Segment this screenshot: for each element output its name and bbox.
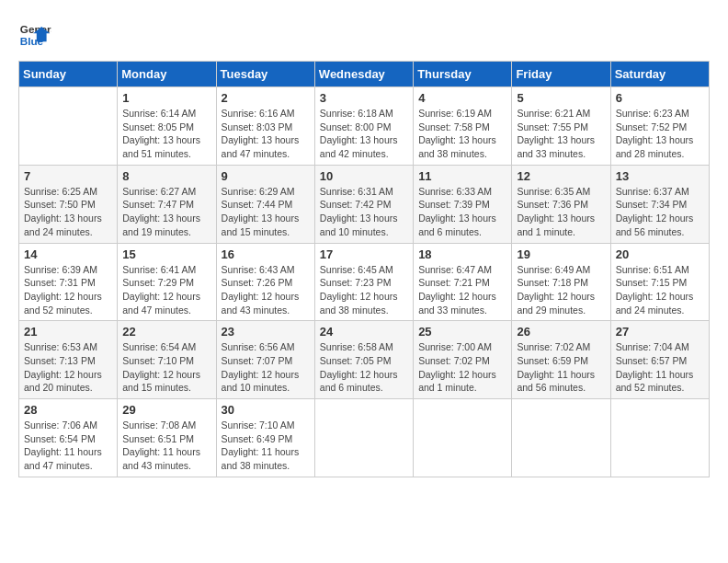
day-info: Sunrise: 6:16 AM Sunset: 8:03 PM Dayligh… xyxy=(222,107,310,161)
day-info: Sunrise: 6:29 AM Sunset: 7:44 PM Dayligh… xyxy=(222,185,310,239)
calendar-cell: 15Sunrise: 6:41 AM Sunset: 7:29 PM Dayli… xyxy=(118,243,216,321)
day-info: Sunrise: 6:25 AM Sunset: 7:50 PM Dayligh… xyxy=(24,185,112,239)
day-info: Sunrise: 7:00 AM Sunset: 7:02 PM Dayligh… xyxy=(418,340,506,395)
day-number: 21 xyxy=(24,325,112,339)
calendar-cell: 8Sunrise: 6:27 AM Sunset: 7:47 PM Daylig… xyxy=(118,165,216,243)
calendar-cell: 7Sunrise: 6:25 AM Sunset: 7:50 PM Daylig… xyxy=(19,165,118,243)
calendar-table: SundayMondayTuesdayWednesdayThursdayFrid… xyxy=(18,61,710,477)
calendar-cell: 12Sunrise: 6:35 AM Sunset: 7:36 PM Dayli… xyxy=(512,165,610,243)
day-number: 1 xyxy=(122,91,210,105)
day-number: 16 xyxy=(222,247,310,261)
logo: General Blue xyxy=(18,18,55,52)
day-info: Sunrise: 6:19 AM Sunset: 7:58 PM Dayligh… xyxy=(418,107,506,161)
calendar-cell: 24Sunrise: 6:58 AM Sunset: 7:05 PM Dayli… xyxy=(314,321,413,399)
calendar-week-row: 1Sunrise: 6:14 AM Sunset: 8:05 PM Daylig… xyxy=(19,87,710,166)
weekday-header: Sunday xyxy=(19,62,118,87)
day-number: 5 xyxy=(517,91,605,105)
day-info: Sunrise: 6:14 AM Sunset: 8:05 PM Dayligh… xyxy=(122,107,210,161)
day-number: 8 xyxy=(122,169,210,183)
calendar-cell: 18Sunrise: 6:47 AM Sunset: 7:21 PM Dayli… xyxy=(414,243,512,321)
day-info: Sunrise: 6:45 AM Sunset: 7:23 PM Dayligh… xyxy=(320,263,408,317)
weekday-header: Monday xyxy=(118,62,216,87)
calendar-cell: 21Sunrise: 6:53 AM Sunset: 7:13 PM Dayli… xyxy=(19,321,118,399)
weekday-header: Friday xyxy=(512,62,610,87)
calendar-cell: 27Sunrise: 7:04 AM Sunset: 6:57 PM Dayli… xyxy=(610,321,709,399)
calendar-cell: 11Sunrise: 6:33 AM Sunset: 7:39 PM Dayli… xyxy=(414,165,512,243)
calendar-cell: 9Sunrise: 6:29 AM Sunset: 7:44 PM Daylig… xyxy=(216,165,314,243)
day-info: Sunrise: 6:23 AM Sunset: 7:52 PM Dayligh… xyxy=(616,107,704,161)
day-number: 23 xyxy=(222,325,310,339)
day-number: 14 xyxy=(24,247,112,261)
calendar-cell: 30Sunrise: 7:10 AM Sunset: 6:49 PM Dayli… xyxy=(216,399,314,477)
day-number: 25 xyxy=(418,325,506,339)
calendar-cell xyxy=(19,87,118,166)
day-number: 17 xyxy=(320,247,408,261)
day-number: 20 xyxy=(616,247,704,261)
day-info: Sunrise: 7:08 AM Sunset: 6:51 PM Dayligh… xyxy=(122,419,210,473)
day-info: Sunrise: 6:27 AM Sunset: 7:47 PM Dayligh… xyxy=(122,185,210,239)
calendar-cell: 29Sunrise: 7:08 AM Sunset: 6:51 PM Dayli… xyxy=(118,399,216,477)
day-number: 11 xyxy=(418,169,506,183)
calendar-cell: 1Sunrise: 6:14 AM Sunset: 8:05 PM Daylig… xyxy=(118,87,216,166)
calendar-cell: 20Sunrise: 6:51 AM Sunset: 7:15 PM Dayli… xyxy=(610,243,709,321)
calendar-cell xyxy=(314,399,413,477)
day-number: 9 xyxy=(222,169,310,183)
calendar-cell: 19Sunrise: 6:49 AM Sunset: 7:18 PM Dayli… xyxy=(512,243,610,321)
day-number: 6 xyxy=(616,91,704,105)
day-info: Sunrise: 7:04 AM Sunset: 6:57 PM Dayligh… xyxy=(616,340,704,395)
calendar-body: 1Sunrise: 6:14 AM Sunset: 8:05 PM Daylig… xyxy=(19,87,710,477)
calendar-cell: 23Sunrise: 6:56 AM Sunset: 7:07 PM Dayli… xyxy=(216,321,314,399)
calendar-cell: 5Sunrise: 6:21 AM Sunset: 7:55 PM Daylig… xyxy=(512,87,610,166)
calendar-cell: 28Sunrise: 7:06 AM Sunset: 6:54 PM Dayli… xyxy=(19,399,118,477)
day-info: Sunrise: 6:58 AM Sunset: 7:05 PM Dayligh… xyxy=(320,340,408,395)
day-number: 2 xyxy=(222,91,310,105)
day-info: Sunrise: 6:43 AM Sunset: 7:26 PM Dayligh… xyxy=(222,263,310,317)
day-info: Sunrise: 7:02 AM Sunset: 6:59 PM Dayligh… xyxy=(517,340,605,395)
calendar-week-row: 7Sunrise: 6:25 AM Sunset: 7:50 PM Daylig… xyxy=(19,165,710,243)
day-number: 7 xyxy=(24,169,112,183)
day-info: Sunrise: 6:35 AM Sunset: 7:36 PM Dayligh… xyxy=(517,185,605,239)
calendar-cell: 4Sunrise: 6:19 AM Sunset: 7:58 PM Daylig… xyxy=(414,87,512,166)
calendar-week-row: 28Sunrise: 7:06 AM Sunset: 6:54 PM Dayli… xyxy=(19,399,710,477)
day-number: 30 xyxy=(222,403,310,417)
day-info: Sunrise: 6:33 AM Sunset: 7:39 PM Dayligh… xyxy=(418,185,506,239)
day-info: Sunrise: 6:37 AM Sunset: 7:34 PM Dayligh… xyxy=(616,185,704,239)
calendar-cell xyxy=(610,399,709,477)
day-number: 18 xyxy=(418,247,506,261)
day-info: Sunrise: 6:51 AM Sunset: 7:15 PM Dayligh… xyxy=(616,263,704,317)
calendar-cell xyxy=(414,399,512,477)
day-info: Sunrise: 6:53 AM Sunset: 7:13 PM Dayligh… xyxy=(24,340,112,395)
calendar-header-row: SundayMondayTuesdayWednesdayThursdayFrid… xyxy=(19,62,710,87)
day-info: Sunrise: 6:56 AM Sunset: 7:07 PM Dayligh… xyxy=(222,340,310,395)
page-header: General Blue xyxy=(18,18,710,52)
day-info: Sunrise: 6:18 AM Sunset: 8:00 PM Dayligh… xyxy=(320,107,408,161)
calendar-week-row: 14Sunrise: 6:39 AM Sunset: 7:31 PM Dayli… xyxy=(19,243,710,321)
day-number: 13 xyxy=(616,169,704,183)
calendar-cell: 22Sunrise: 6:54 AM Sunset: 7:10 PM Dayli… xyxy=(118,321,216,399)
day-info: Sunrise: 6:21 AM Sunset: 7:55 PM Dayligh… xyxy=(517,107,605,161)
calendar-cell: 13Sunrise: 6:37 AM Sunset: 7:34 PM Dayli… xyxy=(610,165,709,243)
calendar-cell xyxy=(512,399,610,477)
calendar-cell: 26Sunrise: 7:02 AM Sunset: 6:59 PM Dayli… xyxy=(512,321,610,399)
day-number: 19 xyxy=(517,247,605,261)
day-number: 22 xyxy=(122,325,210,339)
calendar-cell: 10Sunrise: 6:31 AM Sunset: 7:42 PM Dayli… xyxy=(314,165,413,243)
calendar-week-row: 21Sunrise: 6:53 AM Sunset: 7:13 PM Dayli… xyxy=(19,321,710,399)
weekday-header: Wednesday xyxy=(314,62,413,87)
calendar-cell: 6Sunrise: 6:23 AM Sunset: 7:52 PM Daylig… xyxy=(610,87,709,166)
calendar-cell: 3Sunrise: 6:18 AM Sunset: 8:00 PM Daylig… xyxy=(314,87,413,166)
day-number: 10 xyxy=(320,169,408,183)
day-number: 29 xyxy=(122,403,210,417)
day-info: Sunrise: 6:54 AM Sunset: 7:10 PM Dayligh… xyxy=(122,340,210,395)
day-number: 3 xyxy=(320,91,408,105)
day-info: Sunrise: 6:31 AM Sunset: 7:42 PM Dayligh… xyxy=(320,185,408,239)
svg-text:General: General xyxy=(20,23,51,35)
day-info: Sunrise: 6:47 AM Sunset: 7:21 PM Dayligh… xyxy=(418,263,506,317)
day-number: 4 xyxy=(418,91,506,105)
calendar-cell: 2Sunrise: 6:16 AM Sunset: 8:03 PM Daylig… xyxy=(216,87,314,166)
day-info: Sunrise: 6:39 AM Sunset: 7:31 PM Dayligh… xyxy=(24,263,112,317)
day-number: 27 xyxy=(616,325,704,339)
day-number: 28 xyxy=(24,403,112,417)
logo-icon: General Blue xyxy=(18,18,51,52)
day-number: 15 xyxy=(122,247,210,261)
